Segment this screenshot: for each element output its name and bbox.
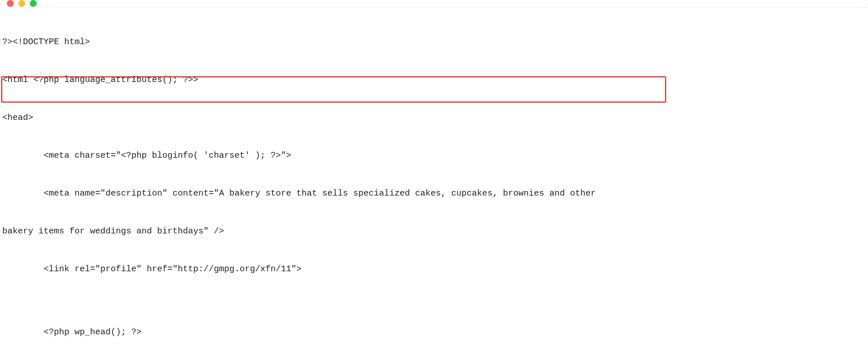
- code-line: <html <?php language_attributes(); ?>>: [2, 74, 866, 87]
- code-line: <?php wp_head(); ?>: [2, 326, 866, 339]
- code-line: <meta charset="<?php bloginfo( 'charset'…: [2, 150, 866, 162]
- maximize-icon[interactable]: [30, 0, 37, 7]
- code-line: ?><!DOCTYPE html>: [2, 36, 866, 49]
- code-line-highlighted: <meta name="description" content="A bake…: [2, 188, 866, 200]
- minimize-icon[interactable]: [18, 0, 25, 7]
- code-line-highlighted: bakery items for weddings and birthdays"…: [2, 225, 866, 238]
- code-line: <head>: [2, 112, 866, 124]
- code-editor[interactable]: ?><!DOCTYPE html> <html <?php language_a…: [0, 7, 868, 363]
- code-line: <link rel="profile" href="http://gmpg.or…: [2, 263, 866, 276]
- close-icon[interactable]: [7, 0, 14, 7]
- code-window: ?><!DOCTYPE html> <html <?php language_a…: [0, 0, 868, 363]
- titlebar: [0, 0, 868, 7]
